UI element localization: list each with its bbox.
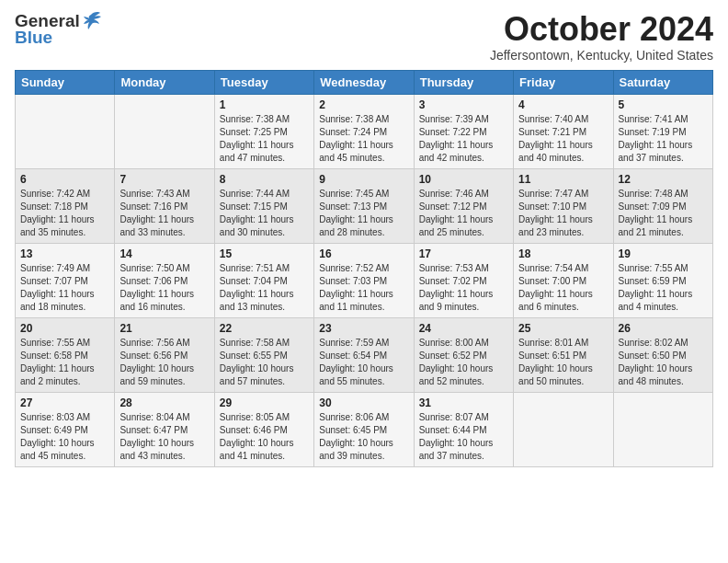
calendar-cell: 1Sunrise: 7:38 AMSunset: 7:25 PMDaylight… — [214, 94, 313, 168]
calendar-cell: 16Sunrise: 7:52 AMSunset: 7:03 PMDayligh… — [314, 243, 414, 317]
day-info: Sunrise: 8:03 AMSunset: 6:49 PMDaylight:… — [20, 411, 109, 463]
calendar-cell: 8Sunrise: 7:44 AMSunset: 7:15 PMDaylight… — [214, 168, 313, 243]
col-saturday: Saturday — [613, 70, 712, 94]
calendar-cell: 6Sunrise: 7:42 AMSunset: 7:18 PMDaylight… — [16, 168, 115, 243]
calendar-cell: 26Sunrise: 8:02 AMSunset: 6:50 PMDayligh… — [613, 317, 712, 392]
calendar-cell: 2Sunrise: 7:38 AMSunset: 7:24 PMDaylight… — [314, 94, 414, 168]
title-block: October 2024 Jeffersontown, Kentucky, Un… — [490, 11, 713, 63]
day-number: 28 — [119, 396, 209, 409]
calendar-week-4: 20Sunrise: 7:55 AMSunset: 6:58 PMDayligh… — [16, 317, 713, 392]
day-info: Sunrise: 7:54 AMSunset: 7:00 PMDaylight:… — [518, 262, 608, 314]
calendar-cell: 4Sunrise: 7:40 AMSunset: 7:21 PMDaylight… — [514, 94, 613, 168]
calendar-week-2: 6Sunrise: 7:42 AMSunset: 7:18 PMDaylight… — [16, 168, 713, 243]
day-number: 20 — [20, 322, 109, 335]
day-info: Sunrise: 7:46 AMSunset: 7:12 PMDaylight:… — [419, 188, 508, 239]
day-number: 27 — [20, 396, 109, 409]
day-number: 2 — [319, 98, 408, 111]
calendar-cell: 7Sunrise: 7:43 AMSunset: 7:16 PMDaylight… — [115, 168, 214, 243]
day-info: Sunrise: 8:00 AMSunset: 6:52 PMDaylight:… — [419, 337, 508, 388]
calendar-week-5: 27Sunrise: 8:03 AMSunset: 6:49 PMDayligh… — [16, 392, 713, 466]
calendar-cell — [514, 392, 613, 466]
month-title: October 2024 — [490, 11, 713, 48]
calendar-cell: 20Sunrise: 7:55 AMSunset: 6:58 PMDayligh… — [16, 317, 115, 392]
day-info: Sunrise: 7:51 AMSunset: 7:04 PMDaylight:… — [220, 262, 309, 314]
day-number: 15 — [220, 247, 309, 260]
day-info: Sunrise: 7:48 AMSunset: 7:09 PMDaylight:… — [619, 188, 708, 239]
day-number: 13 — [20, 247, 109, 260]
day-info: Sunrise: 7:41 AMSunset: 7:19 PMDaylight:… — [619, 113, 708, 165]
calendar-cell: 9Sunrise: 7:45 AMSunset: 7:13 PMDaylight… — [314, 168, 414, 243]
day-number: 14 — [119, 247, 209, 260]
calendar-cell: 18Sunrise: 7:54 AMSunset: 7:00 PMDayligh… — [514, 243, 613, 317]
day-number: 3 — [419, 98, 508, 111]
day-info: Sunrise: 7:39 AMSunset: 7:22 PMDaylight:… — [419, 113, 508, 165]
day-info: Sunrise: 8:04 AMSunset: 6:47 PMDaylight:… — [119, 411, 209, 463]
day-info: Sunrise: 7:50 AMSunset: 7:06 PMDaylight:… — [119, 262, 209, 314]
day-info: Sunrise: 7:49 AMSunset: 7:07 PMDaylight:… — [20, 262, 109, 314]
col-wednesday: Wednesday — [314, 70, 414, 94]
day-number: 25 — [518, 322, 608, 335]
calendar-cell: 27Sunrise: 8:03 AMSunset: 6:49 PMDayligh… — [16, 392, 115, 466]
day-info: Sunrise: 7:45 AMSunset: 7:13 PMDaylight:… — [319, 188, 408, 239]
day-info: Sunrise: 8:07 AMSunset: 6:44 PMDaylight:… — [419, 411, 508, 463]
logo-blue-text: Blue — [15, 28, 52, 48]
day-info: Sunrise: 8:01 AMSunset: 6:51 PMDaylight:… — [518, 337, 608, 388]
day-number: 7 — [119, 173, 209, 186]
location: Jeffersontown, Kentucky, United States — [490, 48, 713, 63]
day-info: Sunrise: 7:55 AMSunset: 6:58 PMDaylight:… — [20, 337, 109, 388]
calendar-cell: 21Sunrise: 7:56 AMSunset: 6:56 PMDayligh… — [115, 317, 214, 392]
day-number: 18 — [518, 247, 608, 260]
day-number: 17 — [419, 247, 508, 260]
day-info: Sunrise: 7:59 AMSunset: 6:54 PMDaylight:… — [319, 337, 408, 388]
calendar-cell: 25Sunrise: 8:01 AMSunset: 6:51 PMDayligh… — [514, 317, 613, 392]
day-number: 30 — [319, 396, 408, 409]
calendar-cell: 12Sunrise: 7:48 AMSunset: 7:09 PMDayligh… — [613, 168, 712, 243]
day-number: 21 — [119, 322, 209, 335]
calendar-cell — [115, 94, 214, 168]
day-info: Sunrise: 7:40 AMSunset: 7:21 PMDaylight:… — [518, 113, 608, 165]
day-info: Sunrise: 7:56 AMSunset: 6:56 PMDaylight:… — [119, 337, 209, 388]
header: General Blue October 2024 Jeffersontown,… — [15, 11, 713, 63]
day-info: Sunrise: 7:43 AMSunset: 7:16 PMDaylight:… — [119, 188, 209, 239]
calendar-cell: 5Sunrise: 7:41 AMSunset: 7:19 PMDaylight… — [613, 94, 712, 168]
calendar-week-3: 13Sunrise: 7:49 AMSunset: 7:07 PMDayligh… — [16, 243, 713, 317]
day-info: Sunrise: 7:44 AMSunset: 7:15 PMDaylight:… — [220, 188, 309, 239]
day-info: Sunrise: 7:52 AMSunset: 7:03 PMDaylight:… — [319, 262, 408, 314]
day-number: 23 — [319, 322, 408, 335]
day-number: 31 — [419, 396, 508, 409]
calendar-table: Sunday Monday Tuesday Wednesday Thursday… — [15, 70, 713, 467]
calendar-cell: 15Sunrise: 7:51 AMSunset: 7:04 PMDayligh… — [214, 243, 313, 317]
day-number: 16 — [319, 247, 408, 260]
day-number: 11 — [518, 173, 608, 186]
day-number: 22 — [220, 322, 309, 335]
day-number: 8 — [220, 173, 309, 186]
col-thursday: Thursday — [414, 70, 513, 94]
calendar-cell: 13Sunrise: 7:49 AMSunset: 7:07 PMDayligh… — [16, 243, 115, 317]
day-number: 1 — [220, 98, 309, 111]
calendar-cell — [613, 392, 712, 466]
calendar-cell: 14Sunrise: 7:50 AMSunset: 7:06 PMDayligh… — [115, 243, 214, 317]
calendar-cell: 28Sunrise: 8:04 AMSunset: 6:47 PMDayligh… — [115, 392, 214, 466]
day-number: 5 — [619, 98, 708, 111]
day-info: Sunrise: 7:58 AMSunset: 6:55 PMDaylight:… — [220, 337, 309, 388]
logo-bird-icon — [82, 11, 102, 29]
col-tuesday: Tuesday — [214, 70, 313, 94]
calendar-cell: 17Sunrise: 7:53 AMSunset: 7:02 PMDayligh… — [414, 243, 513, 317]
calendar-cell: 22Sunrise: 7:58 AMSunset: 6:55 PMDayligh… — [214, 317, 313, 392]
day-info: Sunrise: 7:55 AMSunset: 6:59 PMDaylight:… — [619, 262, 708, 314]
day-number: 4 — [518, 98, 608, 111]
header-row: Sunday Monday Tuesday Wednesday Thursday… — [16, 70, 713, 94]
calendar-cell: 3Sunrise: 7:39 AMSunset: 7:22 PMDaylight… — [414, 94, 513, 168]
day-number: 26 — [619, 322, 708, 335]
day-info: Sunrise: 7:42 AMSunset: 7:18 PMDaylight:… — [20, 188, 109, 239]
calendar-cell: 24Sunrise: 8:00 AMSunset: 6:52 PMDayligh… — [414, 317, 513, 392]
calendar-cell: 23Sunrise: 7:59 AMSunset: 6:54 PMDayligh… — [314, 317, 414, 392]
day-info: Sunrise: 8:06 AMSunset: 6:45 PMDaylight:… — [319, 411, 408, 463]
day-number: 9 — [319, 173, 408, 186]
day-number: 12 — [619, 173, 708, 186]
calendar-cell: 19Sunrise: 7:55 AMSunset: 6:59 PMDayligh… — [613, 243, 712, 317]
day-info: Sunrise: 7:47 AMSunset: 7:10 PMDaylight:… — [518, 188, 608, 239]
day-info: Sunrise: 7:38 AMSunset: 7:24 PMDaylight:… — [319, 113, 408, 165]
col-monday: Monday — [115, 70, 214, 94]
day-info: Sunrise: 8:05 AMSunset: 6:46 PMDaylight:… — [220, 411, 309, 463]
